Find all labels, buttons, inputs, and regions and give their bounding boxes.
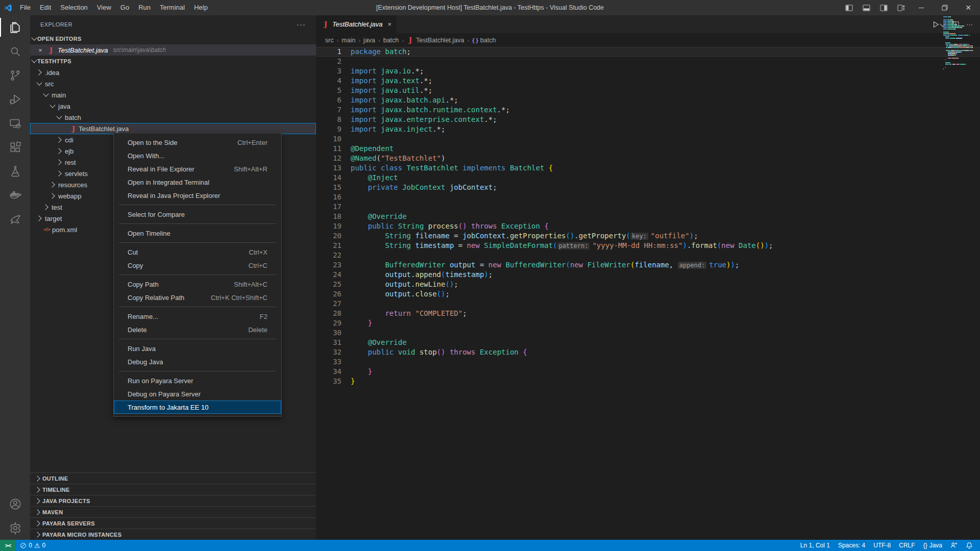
code-line-19[interactable]: 19 public String process() throws Except… [316, 221, 980, 231]
menu-item-transform-to-jakarta-ee-10[interactable]: Transform to Jakarta EE 10 [114, 400, 281, 414]
code-line-6[interactable]: 6import javax.batch.api.*; [316, 95, 980, 105]
search-icon[interactable] [0, 39, 30, 63]
code-line-21[interactable]: 21 String timestamp = new SimpleDateForm… [316, 241, 980, 251]
breadcrumb-testbatchlet-java[interactable]: JTestBatchlet.java [407, 36, 464, 44]
tab-close-icon[interactable]: × [388, 20, 392, 28]
tree-item--idea[interactable]: .idea [30, 67, 316, 78]
toggle-secondary-sidebar-icon[interactable] [875, 0, 892, 15]
breadcrumb-src[interactable]: src [325, 37, 334, 44]
code-line-26[interactable]: 26 output.close(); [316, 289, 980, 299]
settings-icon[interactable] [0, 516, 30, 540]
menu-item-copy-relative-path[interactable]: Copy Relative PathCtrl+K Ctrl+Shift+C [114, 291, 281, 304]
code-line-5[interactable]: 5import java.util.*; [316, 86, 980, 95]
menu-item-run-on-payara-server[interactable]: Run on Payara Server [114, 374, 281, 387]
code-line-11[interactable]: 11@Dependent [316, 144, 980, 154]
code-line-30[interactable]: 30 [316, 328, 980, 338]
code-line-25[interactable]: 25 output.newLine(); [316, 280, 980, 289]
code-line-4[interactable]: 4import java.text.*; [316, 76, 980, 86]
menu-terminal[interactable]: Terminal [155, 0, 189, 15]
menu-edit[interactable]: Edit [35, 0, 56, 15]
tab-testbatchlet[interactable]: J TestBatchlet.java × [316, 15, 397, 33]
explorer-more-actions-icon[interactable]: ··· [297, 20, 306, 29]
breadcrumb-batch[interactable]: { }batch [472, 37, 496, 44]
code-line-14[interactable]: 14 @Inject [316, 173, 980, 183]
source-control-icon[interactable] [0, 63, 30, 87]
run-debug-icon[interactable] [0, 87, 30, 111]
testing-icon[interactable] [0, 159, 30, 183]
menu-item-reveal-in-java-project-explorer[interactable]: Reveal in Java Project Explorer [114, 189, 281, 202]
panel-payara-servers[interactable]: PAYARA SERVERS [30, 517, 316, 529]
code-line-10[interactable]: 10 [316, 134, 980, 144]
explorer-icon[interactable] [0, 15, 30, 39]
code-line-9[interactable]: 9import javax.inject.*; [316, 124, 980, 134]
code-line-1[interactable]: 1package batch; [316, 47, 980, 57]
code-line-32[interactable]: 32 public void stop() throws Exception { [316, 347, 980, 357]
menu-file[interactable]: File [15, 0, 35, 15]
feedback-icon[interactable] [946, 540, 962, 551]
notifications-bell-icon[interactable] [962, 540, 977, 551]
toggle-panel-icon[interactable] [857, 0, 875, 15]
panel-outline[interactable]: OUTLINE [30, 472, 316, 484]
code-line-28[interactable]: 28 return "COMPLETED"; [316, 309, 980, 318]
code-line-16[interactable]: 16 [316, 192, 980, 202]
menu-item-cut[interactable]: CutCtrl+X [114, 245, 281, 259]
menu-item-debug-on-payara-server[interactable]: Debug on Payara Server [114, 387, 281, 400]
code-line-13[interactable]: 13public class TestBatchlet implements B… [316, 163, 980, 173]
code-line-7[interactable]: 7import javax.batch.runtime.context.*; [316, 105, 980, 115]
open-editor-item[interactable]: × J TestBatchlet.java src\main\java\batc… [30, 44, 316, 56]
code-line-20[interactable]: 20 String filename = jobContext.getPrope… [316, 231, 980, 241]
panel-maven[interactable]: MAVEN [30, 506, 316, 517]
breadcrumb-main[interactable]: main [341, 37, 355, 44]
code-line-27[interactable]: 27 [316, 299, 980, 309]
code-line-35[interactable]: 35} [316, 377, 980, 386]
tree-item-main[interactable]: main [30, 89, 316, 101]
payara-icon[interactable] [0, 207, 30, 231]
tree-item-batch[interactable]: batch [30, 112, 316, 123]
eol-sequence[interactable]: CRLF [895, 540, 919, 551]
code-line-8[interactable]: 8import javax.enterprise.context.*; [316, 115, 980, 124]
breadcrumb-java[interactable]: java [363, 37, 375, 44]
menu-item-select-for-compare[interactable]: Select for Compare [114, 208, 281, 221]
remote-explorer-icon[interactable] [0, 111, 30, 135]
menu-go[interactable]: Go [116, 0, 134, 15]
code-line-31[interactable]: 31 @Override [316, 338, 980, 347]
code-line-24[interactable]: 24 output.append(timestamp); [316, 270, 980, 280]
docker-icon[interactable] [0, 183, 30, 207]
restore-button[interactable] [933, 0, 957, 15]
customize-layout-icon[interactable] [892, 0, 910, 15]
menu-run[interactable]: Run [134, 0, 155, 15]
minimap[interactable] [943, 16, 973, 70]
code-line-18[interactable]: 18 @Override [316, 212, 980, 221]
cursor-position[interactable]: Ln 1, Col 1 [796, 540, 834, 551]
indentation[interactable]: Spaces: 4 [834, 540, 869, 551]
menu-item-reveal-in-file-explorer[interactable]: Reveal in File ExplorerShift+Alt+R [114, 162, 281, 176]
extensions-icon[interactable] [0, 135, 30, 159]
breadcrumb-batch[interactable]: batch [383, 37, 399, 44]
menu-item-open-timeline[interactable]: Open Timeline [114, 227, 281, 240]
menu-item-open-with[interactable]: Open With... [114, 149, 281, 162]
open-editors-section[interactable]: OPEN EDITORS [30, 33, 316, 44]
menu-view[interactable]: View [92, 0, 116, 15]
menu-item-run-java[interactable]: Run Java [114, 342, 281, 355]
encoding[interactable]: UTF-8 [869, 540, 895, 551]
code-line-29[interactable]: 29 } [316, 318, 980, 328]
code-line-2[interactable]: 2 [316, 57, 980, 66]
menu-item-open-to-the-side[interactable]: Open to the SideCtrl+Enter [114, 136, 281, 149]
code-line-22[interactable]: 22 [316, 251, 980, 260]
tree-item-src[interactable]: src [30, 78, 316, 89]
code-line-23[interactable]: 23 BufferedWriter output = new BufferedW… [316, 260, 980, 270]
minimize-button[interactable]: ─ [910, 0, 933, 15]
tree-item-java[interactable]: java [30, 101, 316, 112]
menu-item-open-in-integrated-terminal[interactable]: Open in Integrated Terminal [114, 176, 281, 189]
code-line-17[interactable]: 17 [316, 202, 980, 212]
panel-payara-micro-instances[interactable]: PAYARA MICRO INSTANCES [30, 529, 316, 540]
menu-item-delete[interactable]: DeleteDelete [114, 323, 281, 336]
language-mode[interactable]: {} Java [919, 540, 946, 551]
remote-indicator[interactable]: >< [0, 540, 16, 551]
code-editor[interactable]: 1package batch;23import java.io.*;4impor… [316, 47, 980, 540]
menu-item-copy-path[interactable]: Copy PathShift+Alt+C [114, 278, 281, 291]
problems-status[interactable]: 0 ⚠ 0 [16, 540, 50, 551]
menu-item-rename[interactable]: Rename...F2 [114, 310, 281, 323]
panel-timeline[interactable]: TIMELINE [30, 484, 316, 495]
menu-item-debug-java[interactable]: Debug Java [114, 355, 281, 368]
